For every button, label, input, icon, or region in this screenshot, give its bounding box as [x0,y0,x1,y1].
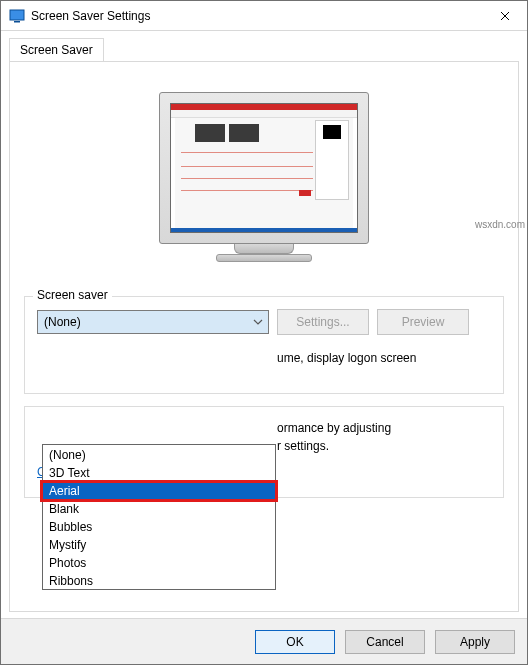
screensaver-dropdown-list: (None)3D TextAerialBlankBubblesMystifyPh… [42,444,276,590]
preview-button[interactable]: Preview [377,309,469,335]
settings-button[interactable]: Settings... [277,309,369,335]
watermark: wsxdn.com [475,219,525,230]
tab-label: Screen Saver [20,43,93,57]
chevron-down-icon [252,316,264,328]
ok-button[interactable]: OK [255,630,335,654]
preview-monitor [159,92,369,272]
dropdown-option[interactable]: 3D Text [43,463,275,481]
titlebar: Screen Saver Settings [1,1,527,31]
svg-rect-0 [10,10,24,20]
groupbox-legend: Screen saver [33,288,112,302]
dropdown-option[interactable]: (None) [43,445,275,463]
dropdown-option[interactable]: Ribbons [43,571,275,589]
combobox-value: (None) [44,315,81,329]
cancel-button[interactable]: Cancel [345,630,425,654]
dropdown-option[interactable]: Bubbles [43,517,275,535]
monitor-screen [170,103,358,233]
power-text-line1: ormance by adjusting [277,419,491,437]
monitor-bezel [159,92,369,244]
dropdown-option[interactable]: Aerial [43,481,275,499]
dropdown-option[interactable]: Photos [43,553,275,571]
close-icon [500,11,510,21]
svg-rect-1 [14,21,20,23]
dropdown-option[interactable]: Blank [43,499,275,517]
groupbox-screensaver: Screen saver (None) Settings... Preview … [24,296,504,394]
dropdown-option[interactable]: Mystify [43,535,275,553]
resume-text-partial: ume, display logon screen [277,349,491,367]
app-icon [9,8,25,24]
tab-content: Screen saver (None) Settings... Preview … [9,61,519,612]
dialog-footer: OK Cancel Apply [1,618,527,664]
window-title: Screen Saver Settings [31,9,482,23]
tab-screensaver[interactable]: Screen Saver [9,38,104,62]
tab-strip: Screen Saver [1,31,527,61]
apply-button[interactable]: Apply [435,630,515,654]
power-text-line2: r settings. [277,437,491,455]
screensaver-settings-window: Screen Saver Settings Screen Saver [0,0,528,665]
screensaver-combobox[interactable]: (None) [37,310,269,334]
close-button[interactable] [482,1,527,30]
